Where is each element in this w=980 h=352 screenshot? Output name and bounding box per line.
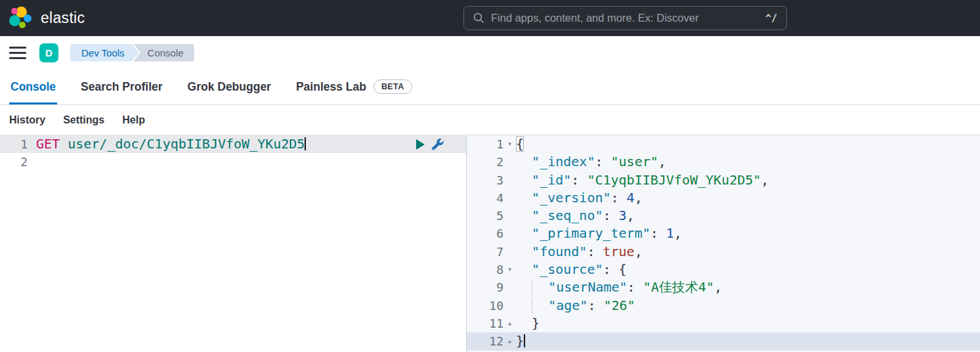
response-line[interactable]: 2 "_index": "user", bbox=[467, 153, 980, 171]
response-line[interactable]: 10 "age": "26" bbox=[467, 297, 980, 315]
line-number: 1 bbox=[0, 135, 28, 153]
breadcrumb-row: D Dev Tools Console bbox=[0, 36, 980, 69]
search-input[interactable] bbox=[491, 12, 759, 24]
elastic-logo-icon bbox=[9, 7, 33, 30]
response-line[interactable]: 12▴} bbox=[467, 332, 980, 350]
tab-grok-debugger[interactable]: Grok Debugger bbox=[188, 69, 271, 104]
response-line[interactable]: 5 "_seq_no": 3, bbox=[467, 207, 980, 225]
elastic-logo: elastic bbox=[9, 7, 85, 30]
code-text: } bbox=[516, 332, 525, 350]
line-number: 9 bbox=[467, 278, 503, 296]
response-line[interactable]: 8▾ "_source": { bbox=[467, 261, 980, 278]
wrench-icon[interactable] bbox=[431, 139, 444, 151]
menu-item-history[interactable]: History bbox=[9, 114, 45, 126]
response-line[interactable]: 6 "_primary_term": 1, bbox=[467, 225, 980, 242]
fold-toggle-icon[interactable]: ▴ bbox=[503, 315, 516, 332]
fold-toggle-icon[interactable]: ▾ bbox=[503, 135, 516, 153]
request-line[interactable]: 1GET user/_doc/C1yqbIIBJVfoW_YKu2D5 bbox=[0, 135, 466, 153]
line-number: 2 bbox=[0, 153, 28, 171]
text-cursor bbox=[524, 334, 525, 347]
code-text: "_seq_no": 3, bbox=[516, 207, 635, 225]
beta-badge: BETA bbox=[373, 79, 412, 94]
line-number: 10 bbox=[467, 297, 503, 315]
send-request-icon[interactable] bbox=[416, 139, 425, 150]
fold-spacer bbox=[503, 297, 516, 315]
line-number: 4 bbox=[467, 189, 503, 207]
console-menu: History Settings Help bbox=[0, 105, 980, 135]
response-line[interactable]: 7 "found": true, bbox=[467, 243, 980, 261]
console-editor: 1GET user/_doc/C1yqbIIBJVfoW_YKu2D52 1▾{… bbox=[0, 135, 980, 352]
request-line[interactable]: 2 bbox=[0, 153, 466, 171]
tab-console[interactable]: Console bbox=[11, 69, 56, 104]
fold-spacer bbox=[503, 153, 516, 171]
response-panel[interactable]: 1▾{2 "_index": "user",3 "_id": "C1yqbIIB… bbox=[467, 135, 980, 352]
response-line[interactable]: 4 "_version": 4, bbox=[467, 189, 980, 207]
request-actions bbox=[416, 138, 444, 151]
kibana-dev-tools-page: elastic ^/ D Dev Tools Console Console S… bbox=[0, 0, 980, 352]
breadcrumb: Dev Tools Console bbox=[70, 44, 194, 62]
fold-spacer bbox=[503, 243, 516, 261]
code-text: "userName": "A佳技术4", bbox=[516, 278, 722, 296]
line-number: 3 bbox=[467, 171, 503, 189]
fold-spacer bbox=[503, 189, 516, 207]
top-navigation-bar: elastic ^/ bbox=[0, 0, 980, 36]
request-editor-lines: 1GET user/_doc/C1yqbIIBJVfoW_YKu2D52 bbox=[0, 135, 466, 171]
line-number: 11 bbox=[467, 315, 503, 332]
menu-item-help[interactable]: Help bbox=[122, 114, 145, 126]
line-number: 1 bbox=[467, 135, 503, 153]
response-line[interactable]: 9 "userName": "A佳技术4", bbox=[467, 278, 980, 296]
line-number: 7 bbox=[467, 243, 503, 261]
menu-item-settings[interactable]: Settings bbox=[63, 114, 104, 126]
line-number: 2 bbox=[467, 153, 503, 171]
breadcrumb-console[interactable]: Console bbox=[134, 44, 194, 62]
fold-spacer bbox=[503, 225, 516, 242]
line-number: 6 bbox=[467, 225, 503, 242]
response-line[interactable]: 1▾{ bbox=[467, 135, 980, 153]
search-shortcut-hint: ^/ bbox=[765, 12, 777, 24]
menu-icon[interactable] bbox=[9, 47, 26, 59]
search-icon bbox=[473, 12, 484, 24]
response-line[interactable]: 11▴ } bbox=[467, 315, 980, 332]
tab-painless-lab[interactable]: Painless Lab BETA bbox=[296, 69, 412, 104]
response-line[interactable]: 3 "_id": "C1yqbIIBJVfoW_YKu2D5", bbox=[467, 171, 980, 189]
space-avatar[interactable]: D bbox=[39, 43, 58, 62]
fold-toggle-icon[interactable]: ▴ bbox=[503, 332, 516, 350]
code-text: { bbox=[516, 135, 524, 153]
code-text: "_source": { bbox=[516, 261, 627, 278]
fold-spacer bbox=[503, 207, 516, 225]
code-text: "found": true, bbox=[516, 243, 643, 261]
tab-search-profiler[interactable]: Search Profiler bbox=[81, 69, 163, 104]
text-cursor bbox=[305, 137, 306, 150]
code-text: "_index": "user", bbox=[516, 153, 666, 171]
global-search-bar[interactable]: ^/ bbox=[463, 6, 787, 30]
request-editor[interactable]: 1GET user/_doc/C1yqbIIBJVfoW_YKu2D52 bbox=[0, 135, 467, 352]
fold-spacer bbox=[503, 278, 516, 296]
code-text: GET user/_doc/C1yqbIIBJVfoW_YKu2D5 bbox=[36, 135, 306, 153]
line-number: 5 bbox=[467, 207, 503, 225]
response-panel-lines: 1▾{2 "_index": "user",3 "_id": "C1yqbIIB… bbox=[467, 135, 980, 351]
dev-tools-tabs: Console Search Profiler Grok Debugger Pa… bbox=[0, 69, 980, 105]
code-text: "_primary_term": 1, bbox=[516, 225, 682, 242]
code-text: "_id": "C1yqbIIBJVfoW_YKu2D5", bbox=[516, 171, 769, 189]
line-number: 12 bbox=[467, 332, 503, 350]
code-text: "age": "26" bbox=[516, 297, 635, 315]
line-number: 8 bbox=[467, 261, 503, 278]
code-text: } bbox=[516, 315, 540, 332]
fold-spacer bbox=[503, 171, 516, 189]
breadcrumb-dev-tools[interactable]: Dev Tools bbox=[70, 44, 139, 62]
code-text: "_version": 4, bbox=[516, 189, 643, 207]
fold-toggle-icon[interactable]: ▾ bbox=[503, 261, 516, 278]
elastic-wordmark: elastic bbox=[41, 9, 85, 27]
